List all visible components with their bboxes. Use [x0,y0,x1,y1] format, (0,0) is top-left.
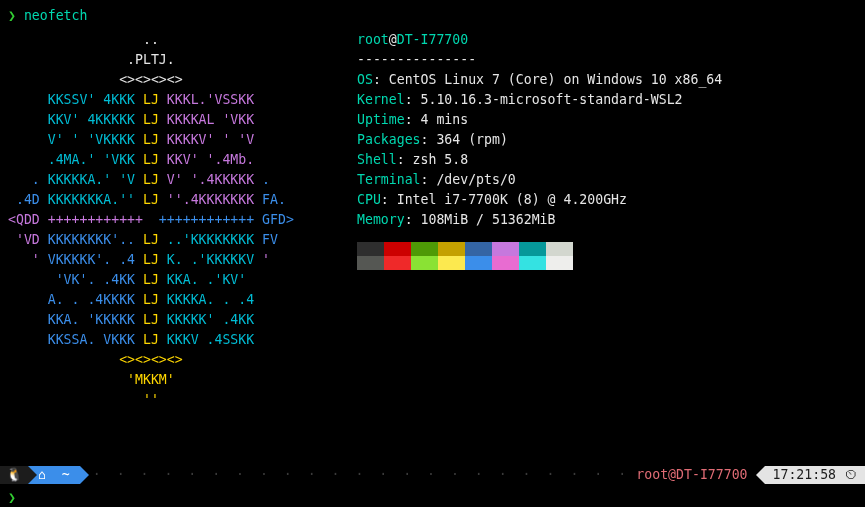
info-line: Memory: 108MiB / 51362MiB [357,210,722,230]
logo-line: .PLTJ. [8,50,343,70]
color-swatch [384,256,411,270]
username: root [357,32,389,47]
prompt-sign: ❯ [8,490,16,505]
info-label: Terminal [357,172,421,187]
info-value: : 4 mins [405,112,469,127]
filler-dots: · · · · · · · · · · · · · · · · · · · · … [89,465,629,485]
color-swatch [546,256,573,270]
info-label: CPU [357,192,381,207]
hostname: DT-I77700 [397,32,468,47]
color-swatch [357,256,384,270]
color-swatch [492,242,519,256]
logo-line: ' VKKKKK'. .4 LJ K. .'KKKKKV ' [8,250,343,270]
status-userhost: root@DT-I77700 [628,465,755,485]
info-label: Shell [357,152,397,167]
color-swatch [357,242,384,256]
color-swatch [465,242,492,256]
distro-ascii-logo: .. .PLTJ. <><><><> KKSSV' 4KKK LJ KKKL.'… [8,30,343,410]
clock-icon: ⏲ [844,465,857,485]
info-value: : zsh 5.8 [397,152,468,167]
logo-line: V' ' 'VKKKK LJ KKKKV' ' 'V [8,130,343,150]
status-bar: 🐧 ⌂ ~ · · · · · · · · · · · · · · · · · … [0,466,865,484]
color-swatch [411,256,438,270]
info-line: Kernel: 5.10.16.3-microsoft-standard-WSL… [357,90,722,110]
color-swatch [492,256,519,270]
command-line: ❯ neofetch [8,6,87,26]
info-line: Terminal: /dev/pts/0 [357,170,722,190]
segment-arrow-icon [756,466,765,484]
logo-line: 'MKKM' [8,370,343,390]
info-label: Memory [357,212,405,227]
cwd: ~ [62,465,70,485]
prompt-sign: ❯ [8,8,16,23]
logo-line: <><><><> [8,350,343,370]
logo-line: KKSSV' 4KKK LJ KKKL.'VSSKK [8,90,343,110]
typed-command: neofetch [24,8,88,23]
info-label: OS [357,72,373,87]
segment-arrow-icon [28,466,37,484]
color-swatch [438,242,465,256]
color-swatch [384,242,411,256]
separator-line: --------------- [357,50,722,70]
logo-line: KKA. 'KKKKK LJ KKKKK' .4KK [8,310,343,330]
logo-line: .4D KKKKKKKA.'' LJ ''.4KKKKKKK FA. [8,190,343,210]
info-line: Packages: 364 (rpm) [357,130,722,150]
info-label: Packages [357,132,421,147]
prompt-line[interactable]: ❯ [8,488,16,507]
at-sign: @ [389,32,397,47]
color-swatch [519,242,546,256]
info-line: Shell: zsh 5.8 [357,150,722,170]
logo-line: 'VD KKKKKKKK'.. LJ ..'KKKKKKKK FV [8,230,343,250]
logo-line: <QDD ++++++++++++ ++++++++++++ GFD> [8,210,343,230]
segment-arrow-icon [80,466,89,484]
color-swatch [519,256,546,270]
color-swatch [438,256,465,270]
color-swatch [411,242,438,256]
logo-line: . KKKKKA.' 'V LJ V' '.4KKKKK . [8,170,343,190]
info-value: : CentOS Linux 7 (Core) on Windows 10 x8… [373,72,722,87]
logo-line: '' [8,390,343,410]
color-palette [357,242,722,270]
info-value: : Intel i7-7700K (8) @ 4.200GHz [381,192,627,207]
info-value: : 108MiB / 51362MiB [405,212,556,227]
info-line: Uptime: 4 mins [357,110,722,130]
logo-line: .4MA.' 'VKK LJ KKV' '.4Mb. [8,150,343,170]
info-value: : 364 (rpm) [421,132,508,147]
logo-line: .. [8,30,343,50]
time-segment: 17:21:58 ⏲ [765,466,865,484]
info-line: OS: CentOS Linux 7 (Core) on Windows 10 … [357,70,722,90]
logo-line: A. . .4KKKK LJ KKKKA. . .4 [8,290,343,310]
system-info-block: root@DT-I77700 --------------- OS: CentO… [357,30,722,270]
logo-line: KKSSA. VKKK LJ KKKV .4SSKK [8,330,343,350]
terminal-window[interactable]: ❯ neofetch .. .PLTJ. <><><><> KKSSV' 4KK… [0,0,865,507]
logo-line: <><><><> [8,70,343,90]
color-swatch [546,242,573,256]
logo-line: KKV' 4KKKKK LJ KKKKAL 'VKK [8,110,343,130]
os-segment: 🐧 [0,466,28,484]
clock-time: 17:21:58 [773,465,837,485]
info-value: : /dev/pts/0 [421,172,516,187]
info-value: : 5.10.16.3-microsoft-standard-WSL2 [405,92,683,107]
info-line: CPU: Intel i7-7700K (8) @ 4.200GHz [357,190,722,210]
info-label: Uptime [357,112,405,127]
user-at-host: root@DT-I77700 [357,30,722,50]
color-swatch [465,256,492,270]
linux-icon: 🐧 [6,465,22,485]
home-icon: ⌂ [38,465,46,485]
logo-line: 'VK'. .4KK LJ KKA. .'KV' [8,270,343,290]
info-label: Kernel [357,92,405,107]
